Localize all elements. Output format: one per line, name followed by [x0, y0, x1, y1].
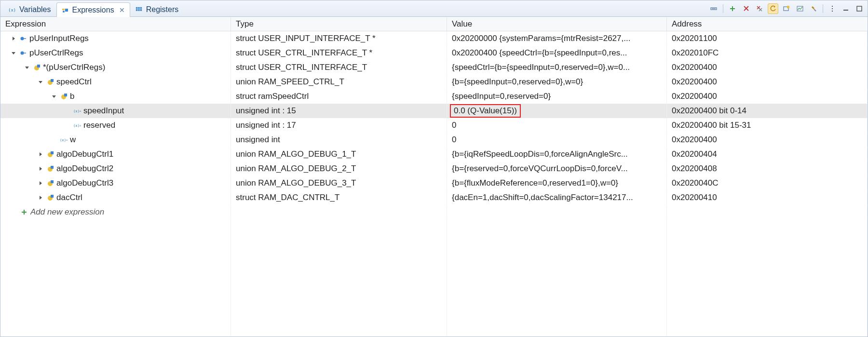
- row-value[interactable]: {b={reserved=0,forceVQCurrLoopDis=0,forc…: [452, 164, 628, 174]
- svg-rect-25: [832, 8, 833, 9]
- row-value[interactable]: 0.0 (Q-Value(15)): [450, 104, 521, 118]
- svg-rect-41: [51, 151, 54, 154]
- table-row[interactable]: *(pUserCtrlRegs)struct USER_CTRL_INTERFA…: [0, 60, 868, 75]
- row-type: struct RAM_DAC_CNTRL_T: [236, 193, 339, 202]
- new-view-button[interactable]: [781, 3, 792, 14]
- row-address: 0x20200404: [672, 149, 717, 159]
- column-headers: Expression Type Value Address: [0, 17, 868, 31]
- row-type: struct USER_CTRL_INTERFACE_T: [236, 63, 367, 72]
- row-type: unsigned int: [236, 135, 280, 145]
- close-icon[interactable]: ✕: [119, 6, 125, 14]
- row-value[interactable]: {speedCtrl={b={speedInput=0,reserved=0},…: [452, 63, 630, 72]
- svg-rect-45: [51, 180, 54, 183]
- svg-rect-9: [140, 9, 142, 11]
- svg-rect-1: [62, 9, 65, 10]
- table-row[interactable]: bstruct ramSpeedCtrl{speedInput=0,reserv…: [0, 89, 868, 104]
- row-address: 0x20200400: [672, 77, 717, 87]
- row-name: *(pUserCtrlRegs): [43, 63, 105, 72]
- tab-expressions[interactable]: Expressions ✕: [56, 2, 130, 17]
- pointer-icon: [19, 34, 27, 43]
- row-value[interactable]: 0: [452, 135, 456, 145]
- row-address: 0x20200400 bit 15-31: [672, 121, 751, 130]
- row-value[interactable]: 0x20200000 {systemParams={mtrResist=2627…: [452, 34, 630, 43]
- row-name: algoDebugCtrl2: [56, 164, 113, 174]
- row-type: union RAM_ALGO_DEBUG_3_T: [236, 178, 356, 188]
- chevron-right-icon[interactable]: [37, 165, 44, 172]
- column-header-value[interactable]: Value: [447, 17, 667, 31]
- chevron-down-icon[interactable]: [51, 93, 57, 100]
- tab-variables[interactable]: (x)= Variables: [3, 2, 56, 16]
- row-value[interactable]: {dacEn=1,dacShift=0,dacScalingFactor=134…: [452, 193, 633, 202]
- column-header-address[interactable]: Address: [667, 17, 868, 31]
- graph-button[interactable]: [795, 3, 805, 14]
- collapse-all-button[interactable]: [708, 3, 719, 14]
- remove-button[interactable]: [741, 3, 751, 14]
- tab-expressions-label: Expressions: [72, 6, 114, 14]
- svg-point-3: [63, 11, 65, 13]
- svg-text:(x)=: (x)=: [60, 137, 68, 142]
- struct-icon: [46, 150, 54, 159]
- chevron-right-icon[interactable]: [10, 35, 17, 42]
- row-value[interactable]: 0: [452, 121, 456, 130]
- table-row[interactable]: speedCtrlunion RAM_SPEED_CTRL_T{b={speed…: [0, 75, 868, 89]
- variable-icon: (x)=: [59, 135, 68, 144]
- svg-rect-26: [832, 11, 833, 12]
- svg-rect-47: [51, 195, 54, 198]
- row-address: 0x2020040C: [672, 178, 718, 188]
- row-type: union RAM_ALGO_DEBUG_1_T: [236, 149, 356, 159]
- chevron-right-icon[interactable]: [37, 194, 44, 201]
- svg-rect-5: [138, 7, 140, 9]
- remove-all-button[interactable]: [754, 3, 765, 14]
- chevron-down-icon[interactable]: [10, 50, 17, 56]
- table-row[interactable]: pUserInputRegsstruct USER_INPUT_INTERFAC…: [0, 31, 868, 46]
- twisty-none: [51, 136, 57, 143]
- svg-point-29: [21, 37, 24, 40]
- table-row[interactable]: (x)=speedInputunsigned int : 150.0 (Q-Va…: [0, 104, 868, 118]
- table-row[interactable]: (x)=reservedunsigned int : 1700x20200400…: [0, 118, 868, 133]
- row-name: b: [70, 92, 74, 101]
- table-row[interactable]: algoDebugCtrl2union RAM_ALGO_DEBUG_2_T{b…: [0, 162, 868, 176]
- view-menu-button[interactable]: [827, 3, 838, 14]
- tab-registers[interactable]: Registers: [130, 2, 184, 16]
- row-value[interactable]: {b={speedInput=0,reserved=0},w=0}: [452, 77, 583, 87]
- add-new-expression-row[interactable]: Add new expression: [0, 205, 868, 219]
- svg-text:(x)=: (x)=: [73, 123, 81, 127]
- svg-text:(x)=: (x)=: [8, 8, 16, 13]
- table-row[interactable]: dacCtrlstruct RAM_DAC_CNTRL_T{dacEn=1,da…: [0, 190, 868, 205]
- table-row[interactable]: (x)=wunsigned int00x20200400: [0, 133, 868, 147]
- row-name: w: [70, 135, 76, 145]
- struct-icon: [46, 193, 54, 202]
- row-value[interactable]: {b={iqRefSpeedLoopDis=0,forceAlignAngleS…: [452, 149, 628, 159]
- refresh-button[interactable]: [768, 3, 778, 14]
- row-address: 0x20200410: [672, 193, 717, 202]
- svg-rect-28: [857, 6, 862, 11]
- row-value[interactable]: 0x20200400 {speedCtrl={b={speedInput=0,r…: [452, 48, 627, 58]
- row-address: 0x20200400: [672, 92, 717, 101]
- tools-button[interactable]: [808, 3, 819, 14]
- maximize-button[interactable]: [854, 3, 865, 14]
- row-value[interactable]: {b={fluxModeReference=0,reserved1=0},w=0…: [452, 178, 618, 188]
- table-row[interactable]: algoDebugCtrl1union RAM_ALGO_DEBUG_1_T{b…: [0, 147, 868, 162]
- table-row[interactable]: algoDebugCtrl3union RAM_ALGO_DEBUG_3_T{b…: [0, 176, 868, 190]
- add-expression-button[interactable]: [727, 3, 738, 14]
- svg-rect-24: [832, 6, 833, 7]
- row-address: 0x20200400: [672, 63, 717, 72]
- chevron-down-icon[interactable]: [24, 64, 30, 71]
- row-name: reserved: [83, 121, 115, 130]
- svg-rect-2: [65, 9, 68, 12]
- row-name: speedInput: [83, 106, 124, 116]
- row-value[interactable]: {speedInput=0,reserved=0}: [452, 92, 551, 101]
- struct-icon: [59, 92, 68, 101]
- table-row[interactable]: pUserCtrlRegsstruct USER_CTRL_INTERFACE_…: [0, 46, 868, 60]
- svg-rect-34: [51, 79, 54, 82]
- variables-icon: (x)=: [8, 5, 16, 14]
- struct-icon: [46, 164, 54, 173]
- svg-point-30: [21, 51, 24, 54]
- chevron-right-icon[interactable]: [37, 180, 44, 187]
- chevron-down-icon[interactable]: [37, 79, 44, 85]
- variable-icon: (x)=: [73, 121, 81, 130]
- column-header-type[interactable]: Type: [231, 17, 447, 31]
- chevron-right-icon[interactable]: [37, 151, 44, 158]
- minimize-button[interactable]: [841, 3, 851, 14]
- column-header-expression[interactable]: Expression: [0, 17, 231, 31]
